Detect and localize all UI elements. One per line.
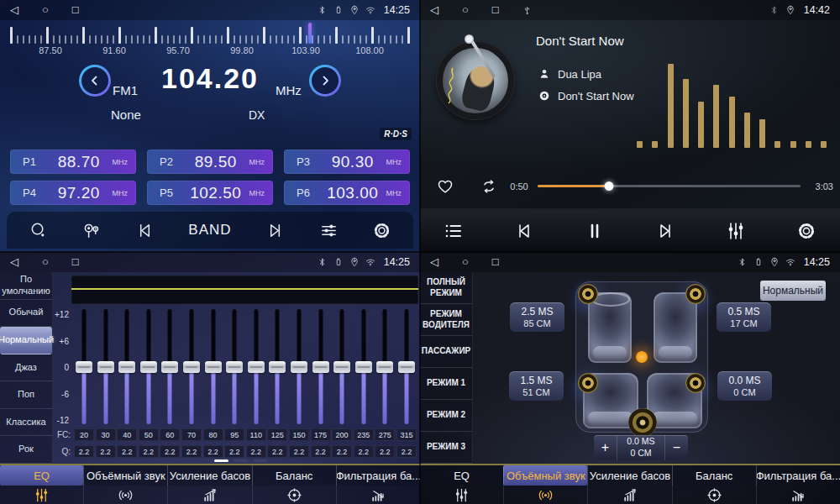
surround-mode-item[interactable]: ПОЛНЫЙ РЕЖИМ <box>420 272 472 304</box>
tab-eq-sliders[interactable]: EQ <box>0 465 83 486</box>
nav-recents-icon[interactable]: □ <box>72 0 79 20</box>
nav-recents-icon[interactable]: □ <box>72 252 79 272</box>
tab-balance-button[interactable] <box>252 486 336 504</box>
nav-back-icon[interactable]: ◁ <box>10 252 18 272</box>
eq-preset-item[interactable]: Поп <box>0 381 52 409</box>
favorite-heart-icon[interactable] <box>436 177 454 196</box>
preset-button-p4[interactable]: P497.20MHz <box>10 181 136 205</box>
delay-front-right-button[interactable]: 0.5 MS 17 CM <box>717 302 771 332</box>
eq-band-slider[interactable] <box>96 309 116 424</box>
eq-preset-item[interactable]: По умолчанию <box>0 272 52 300</box>
eq-band-slider[interactable] <box>311 309 331 424</box>
tab-surround-button[interactable] <box>83 486 167 504</box>
slider-handle[interactable] <box>248 361 265 373</box>
nav-recents-icon[interactable]: □ <box>492 0 499 20</box>
nav-back-icon[interactable]: ◁ <box>10 0 18 20</box>
tab-bass-boost-button[interactable] <box>167 486 251 504</box>
slider-handle[interactable] <box>291 361 307 373</box>
eq-page-indicator[interactable] <box>214 459 267 462</box>
preset-button-p2[interactable]: P289.50MHz <box>147 150 273 174</box>
eq-preset-item[interactable]: Джаз <box>0 354 52 382</box>
tab-bass-boost[interactable]: Усиление басов <box>167 465 251 486</box>
slider-handle[interactable] <box>97 361 114 373</box>
slider-handle[interactable] <box>183 361 200 373</box>
eq-band-slider[interactable] <box>74 309 94 424</box>
eq-band-slider[interactable] <box>181 309 202 424</box>
eq-band-slider[interactable] <box>375 309 395 424</box>
slider-handle[interactable] <box>118 361 135 373</box>
slider-handle[interactable] <box>312 361 329 373</box>
tab-balance[interactable]: Баланс <box>252 465 336 486</box>
slider-handle[interactable] <box>355 361 372 373</box>
slider-handle[interactable] <box>76 361 92 373</box>
progress-bar[interactable] <box>538 185 801 187</box>
tab-eq-sliders-button[interactable] <box>420 486 503 504</box>
eq-band-slider[interactable] <box>289 309 309 424</box>
slider-handle[interactable] <box>205 361 222 373</box>
slider-handle[interactable] <box>226 361 243 373</box>
frequency-scale[interactable] <box>10 25 410 44</box>
eq-band-slider[interactable] <box>396 309 417 424</box>
preset-button-p3[interactable]: P390.30MHz <box>284 150 410 174</box>
preset-button-p1[interactable]: P188.70MHz <box>10 150 136 174</box>
delay-increase-button[interactable]: + <box>594 435 617 460</box>
broadcast-antenna-icon[interactable] <box>81 221 101 240</box>
eq-band-slider[interactable] <box>203 309 223 424</box>
eq-band-slider[interactable] <box>246 309 266 424</box>
nav-home-icon[interactable]: ○ <box>462 252 469 272</box>
eq-band-slider[interactable] <box>160 309 180 424</box>
page-dash[interactable] <box>253 459 267 462</box>
tab-filter-button[interactable] <box>756 486 840 504</box>
preset-button-p6[interactable]: P6103.00MHz <box>284 181 410 205</box>
eq-band-slider[interactable] <box>267 309 287 424</box>
slider-handle[interactable] <box>398 361 415 373</box>
page-dash-active[interactable] <box>214 459 228 462</box>
eq-band-slider[interactable] <box>354 309 374 424</box>
slider-handle[interactable] <box>161 361 178 373</box>
delay-rear-left-button[interactable]: 1.5 MS 51 CM <box>509 371 564 401</box>
eq-band-slider[interactable] <box>224 309 244 424</box>
tab-filter-button[interactable] <box>336 486 420 504</box>
preset-button-p5[interactable]: P5102.50MHz <box>147 181 273 205</box>
eq-preset-item[interactable]: Классика <box>0 409 52 437</box>
nav-home-icon[interactable]: ○ <box>42 0 49 20</box>
nav-home-icon[interactable]: ○ <box>42 252 49 272</box>
pause-icon[interactable] <box>585 221 605 241</box>
delay-decrease-button[interactable]: − <box>665 435 688 460</box>
tab-filter[interactable]: Фильтрация ба... <box>336 465 420 486</box>
settings-gear-icon[interactable] <box>372 221 391 240</box>
slider-handle[interactable] <box>269 361 286 373</box>
repeat-icon[interactable] <box>480 177 498 196</box>
playlist-icon[interactable] <box>444 221 464 241</box>
delay-front-left-button[interactable]: 2.5 MS 85 CM <box>510 302 564 332</box>
surround-mode-item[interactable]: ПАССАЖИР <box>420 336 472 368</box>
nav-recents-icon[interactable]: □ <box>492 252 499 272</box>
nav-back-icon[interactable]: ◁ <box>430 0 438 20</box>
next-track-icon[interactable] <box>655 221 675 241</box>
eq-preset-item[interactable]: Обычай <box>0 300 52 328</box>
previous-track-icon[interactable] <box>514 221 534 241</box>
surround-mode-item[interactable]: РЕЖИМ ВОДИТЕЛЯ <box>420 304 472 336</box>
slider-handle[interactable] <box>140 361 157 373</box>
equalizer-icon[interactable] <box>726 221 746 241</box>
tab-filter[interactable]: Фильтрация ба... <box>756 465 840 486</box>
eq-preset-item[interactable]: Нормальный <box>0 327 52 354</box>
progress-knob[interactable] <box>604 181 613 191</box>
eq-band-slider[interactable] <box>139 309 159 424</box>
eq-band-slider[interactable] <box>117 309 137 424</box>
normal-preset-button[interactable]: Нормальный <box>760 281 826 301</box>
nav-home-icon[interactable]: ○ <box>462 0 469 20</box>
next-station-icon[interactable] <box>265 221 285 240</box>
scan-search-icon[interactable] <box>29 221 48 240</box>
surround-mode-item[interactable]: РЕЖИМ 2 <box>420 400 472 432</box>
surround-mode-item[interactable]: РЕЖИМ 3 <box>420 432 472 464</box>
eq-preset-item[interactable]: Рок <box>0 436 52 464</box>
nav-back-icon[interactable]: ◁ <box>430 252 438 272</box>
eq-band-slider[interactable] <box>332 309 352 424</box>
seek-up-button[interactable] <box>309 65 341 97</box>
page-dash[interactable] <box>234 459 248 462</box>
listening-position-dot[interactable] <box>636 351 648 363</box>
tab-balance-button[interactable] <box>672 486 756 504</box>
slider-handle[interactable] <box>333 361 350 373</box>
tab-bass-boost-button[interactable] <box>587 486 671 504</box>
